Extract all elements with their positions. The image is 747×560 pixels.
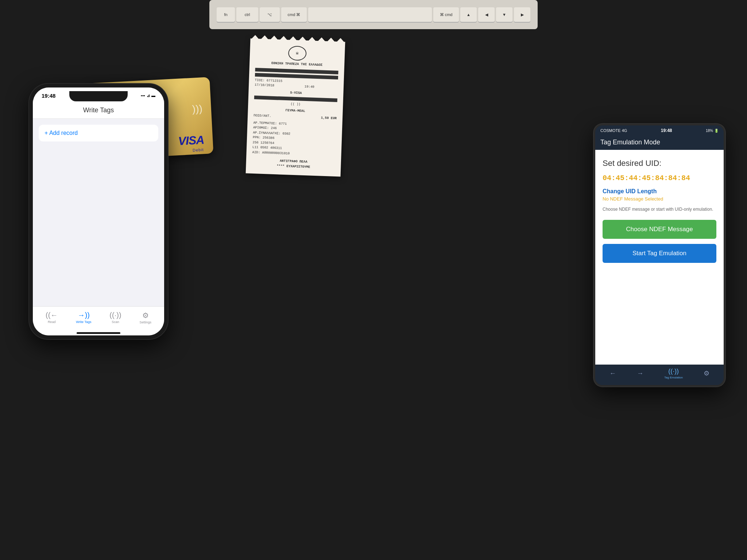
- android-nav-back[interactable]: ←: [609, 370, 616, 377]
- nav-scan-label: Scan: [112, 320, 119, 324]
- android-nfc-icon: ((·)): [668, 368, 679, 375]
- home-indicator: [77, 332, 120, 334]
- android-phone: COSMOTE 4G 19:48 18% 🔋 Tag Emulation Mod…: [594, 124, 725, 386]
- key-option: ⌥: [260, 7, 280, 22]
- nav-item-write[interactable]: →)) Write Tags: [76, 311, 91, 324]
- android-settings-icon: ⚙: [704, 369, 709, 377]
- android-bottom-nav: ← → ((·)) Tag Emulation ⚙: [595, 365, 724, 385]
- keyboard: fn ctrl ⌥ cmd ⌘ ⌘ cmd ▲ ◀ ▼ ▶: [209, 0, 538, 29]
- write-icon: →)): [78, 311, 90, 319]
- iphone-bottom-nav: ((← Read →)) Write Tags ((·)) Scan ⚙ Set…: [33, 306, 164, 335]
- key-fn: fn: [217, 7, 235, 22]
- key-space: [308, 7, 432, 22]
- iphone-status-icons: ▪▪▪ ⊿ ▬: [141, 93, 155, 98]
- android-title-bar: Tag Emulation Mode: [595, 136, 724, 150]
- android-battery: 18%: [706, 129, 713, 133]
- android-forward-icon: →: [637, 370, 643, 377]
- scan-icon: ((·)): [109, 311, 121, 319]
- visa-logo: VISA: [178, 133, 205, 148]
- uid-value: 04:45:44:45:84:84:84: [603, 174, 716, 182]
- nfc-symbol: ))): [192, 103, 203, 115]
- receipt-logo: 🏛: [288, 46, 307, 61]
- add-record-label: + Add record: [44, 130, 78, 136]
- receipt-details: ΑΡ.ΤΕΡΜΑΤΟΣ: 6771 ΑΡΙΘΜΟΣ: 246 ΑΡ.ΣΥΝΑΛΛ…: [252, 120, 336, 158]
- android-back-icon: ←: [609, 370, 616, 377]
- wifi-icon: ⊿: [147, 93, 150, 98]
- iphone-x: 19:48 ▪▪▪ ⊿ ▬ Write Tags + Add record ((…: [29, 84, 168, 339]
- settings-icon: ⚙: [142, 311, 149, 320]
- receipt: 🏛 ΕΘΝΙΚΗ ΤΡΑΠΕΖΑ ΤΗΣ ΕΛΛΑΔΟΣ ΤΙΟΣ: 67712…: [246, 39, 345, 177]
- iphone-notch: [69, 91, 128, 101]
- android-status-bar: COSMOTE 4G 19:48 18% 🔋: [595, 125, 724, 136]
- key-cmd-left: cmd ⌘: [281, 7, 307, 22]
- android-time: 19:48: [661, 128, 672, 133]
- receipt-amount-row: ΠΟΣΟ/ΑΝΤ. 1,50 EUR: [253, 113, 337, 121]
- android-status-icons: 18% 🔋: [706, 129, 719, 133]
- android-content: Set desired UID: 04:45:44:45:84:84:84 Ch…: [595, 150, 724, 365]
- key-down: ▼: [496, 7, 512, 22]
- nav-item-read[interactable]: ((← Read: [46, 311, 58, 324]
- key-ctrl: ctrl: [236, 7, 258, 22]
- nav-item-scan[interactable]: ((·)) Scan: [109, 311, 121, 324]
- signal-icon: ▪▪▪: [141, 93, 145, 98]
- add-record-button[interactable]: + Add record: [39, 125, 158, 141]
- android-nav-forward[interactable]: →: [637, 370, 643, 377]
- set-uid-label: Set desired UID:: [603, 159, 716, 168]
- no-ndef-message: No NDEF Message Selected: [603, 196, 716, 202]
- key-right: ▶: [514, 7, 530, 22]
- read-icon: ((←: [46, 311, 58, 319]
- ndef-description: Choose NDEF message or start with UID-on…: [603, 206, 716, 213]
- key-up: ▲: [460, 7, 477, 22]
- receipt-amount-value: 1,50 EUR: [321, 116, 337, 121]
- android-nav-nfc[interactable]: ((·)) Tag Emulation: [664, 368, 683, 379]
- visa-debit: Debit: [193, 147, 204, 152]
- key-cmd-right: ⌘ cmd: [433, 7, 459, 22]
- write-tags-content: + Add record: [33, 119, 164, 306]
- battery-icon: ▬: [151, 93, 155, 98]
- android-nav-settings[interactable]: ⚙: [704, 369, 709, 377]
- start-emulation-button[interactable]: Start Tag Emulation: [603, 244, 716, 263]
- android-nav-nfc-label: Tag Emulation: [664, 376, 683, 379]
- carrier-label: COSMOTE 4G: [600, 128, 627, 133]
- change-uid-link[interactable]: Change UID Length: [603, 188, 716, 195]
- write-tags-title: Write Tags: [33, 104, 164, 119]
- nav-settings-label: Settings: [140, 320, 152, 324]
- receipt-time: 19:40: [305, 85, 314, 89]
- choose-ndef-button[interactable]: Choose NDEF Message: [603, 220, 716, 239]
- nav-item-settings[interactable]: ⚙ Settings: [140, 311, 152, 324]
- iphone-time: 19:48: [42, 93, 55, 99]
- receipt-amount-label: ΠΟΣΟ/ΑΝΤ.: [253, 114, 271, 118]
- android-battery-icon: 🔋: [714, 129, 719, 133]
- android-title: Tag Emulation Mode: [600, 139, 719, 146]
- receipt-bank: ΕΘΝΙΚΗ ΤΡΑΠΕΖΑ ΤΗΣ ΕΛΛΑΔΟΣ: [255, 61, 338, 68]
- nav-read-label: Read: [48, 320, 56, 324]
- nav-write-label: Write Tags: [76, 320, 91, 324]
- key-left: ◀: [478, 7, 495, 22]
